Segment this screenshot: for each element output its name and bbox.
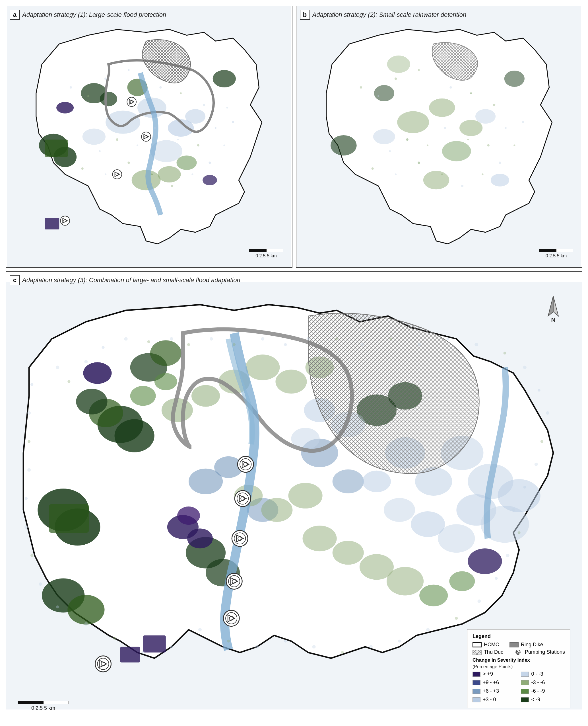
svg-point-26 <box>60 216 70 225</box>
svg-point-184 <box>504 351 506 355</box>
severity-row-9to6: +9 - +6 <box>472 680 517 686</box>
svg-point-165 <box>56 366 59 369</box>
svg-point-82 <box>441 174 443 175</box>
severity-swatch-9to6 <box>472 680 481 685</box>
legend-box: Legend HCMC Ring Dike Thu Duc <box>467 629 570 708</box>
svg-point-181 <box>418 343 421 346</box>
panel-c-letter: c <box>10 275 20 285</box>
svg-point-84 <box>482 174 483 175</box>
svg-point-60 <box>423 171 449 189</box>
svg-point-146 <box>449 571 475 591</box>
svg-point-173 <box>210 337 213 341</box>
svg-point-203 <box>255 645 258 649</box>
svg-point-70 <box>470 92 471 94</box>
legend-title: Legend <box>472 633 565 640</box>
severity-row-3to0: +3 - 0 <box>472 697 517 703</box>
severity-swatch-m6m9 <box>521 689 529 694</box>
svg-point-209 <box>84 622 88 626</box>
hcmc-swatch <box>472 642 482 647</box>
svg-point-44 <box>127 162 130 164</box>
svg-point-29 <box>87 95 89 97</box>
svg-point-38 <box>154 127 156 129</box>
svg-point-33 <box>180 92 182 94</box>
panel-b-map <box>296 6 582 267</box>
svg-point-182 <box>446 337 449 340</box>
svg-point-50 <box>232 121 234 123</box>
svg-point-74 <box>467 139 469 140</box>
svg-point-172 <box>187 343 190 346</box>
svg-point-204 <box>227 640 230 643</box>
svg-point-57 <box>429 99 455 117</box>
severity-swatch-ltm9 <box>521 697 529 702</box>
svg-point-49 <box>223 144 225 146</box>
severity-label-gt9: > +9 <box>483 671 493 677</box>
svg-point-170 <box>147 340 150 343</box>
severity-subtitle: (Percentage Points) <box>472 664 565 669</box>
severity-label-ltm9: < -9 <box>531 697 540 703</box>
svg-point-141 <box>333 541 364 565</box>
scale-bar-a: 0 2.5 5 km <box>249 249 284 259</box>
svg-point-77 <box>406 138 408 141</box>
svg-point-85 <box>499 162 501 164</box>
svg-point-16 <box>176 156 196 170</box>
svg-point-13 <box>83 129 106 145</box>
svg-point-200 <box>341 651 344 654</box>
svg-point-87 <box>522 121 524 123</box>
svg-point-69 <box>449 86 452 88</box>
svg-point-22 <box>141 132 151 141</box>
ring-dike-label: Ring Dike <box>521 642 543 648</box>
svg-point-201 <box>312 645 316 649</box>
panel-b: b Adaptation strategy (2): Small-scale r… <box>296 6 583 268</box>
top-row: a Adaptation strategy (1): Large-scale f… <box>6 6 582 268</box>
panel-c-label: c Adaptation strategy (3): Combination o… <box>10 275 240 285</box>
svg-point-30 <box>104 77 107 80</box>
severity-swatch-0m3 <box>521 672 529 677</box>
svg-point-51 <box>226 107 228 108</box>
svg-point-197 <box>426 628 429 631</box>
svg-point-137 <box>261 498 292 522</box>
svg-point-133 <box>246 355 280 380</box>
svg-point-187 <box>546 411 549 415</box>
svg-point-183 <box>475 343 478 346</box>
svg-point-188 <box>541 440 543 443</box>
svg-point-145 <box>419 585 448 606</box>
scale-label-c: 0 2.5 5 km <box>31 705 55 711</box>
svg-point-136 <box>288 483 322 508</box>
svg-point-78 <box>389 150 391 152</box>
svg-point-177 <box>307 337 310 341</box>
svg-point-206 <box>170 645 173 648</box>
severity-label-m3m6: -3 - -6 <box>531 680 545 686</box>
svg-rect-91 <box>49 504 89 533</box>
severity-legend-grid: > +9 0 - -3 +9 - +6 -3 - -6 +6 - +3 <box>472 671 565 704</box>
svg-point-61 <box>387 56 410 73</box>
svg-point-196 <box>455 617 458 620</box>
svg-point-107 <box>177 506 200 525</box>
svg-point-180 <box>390 337 392 340</box>
svg-point-81 <box>418 162 420 164</box>
severity-section-title: Change in Severity Index <box>472 658 565 663</box>
svg-rect-109 <box>120 647 140 663</box>
ring-dike-swatch <box>509 642 519 647</box>
severity-label-m6m9: -6 - -9 <box>531 688 545 694</box>
svg-point-55 <box>504 70 524 87</box>
svg-point-212 <box>30 554 33 557</box>
svg-point-110 <box>468 548 502 574</box>
severity-label-3to0: +3 - 0 <box>483 697 496 703</box>
panel-a-map <box>6 6 292 267</box>
svg-point-207 <box>141 651 145 654</box>
svg-point-175 <box>261 337 264 341</box>
svg-point-194 <box>495 577 498 580</box>
svg-point-32 <box>159 86 162 88</box>
svg-rect-19 <box>45 218 59 229</box>
main-container: a Adaptation strategy (1): Large-scale f… <box>0 0 588 726</box>
svg-point-68 <box>418 69 420 71</box>
svg-point-41 <box>99 150 101 152</box>
svg-point-199 <box>369 645 373 649</box>
svg-point-63 <box>373 129 395 144</box>
svg-point-198 <box>398 640 401 643</box>
svg-point-125 <box>384 498 415 522</box>
svg-point-216 <box>27 440 30 443</box>
thu-duc-label: Thu Duc <box>484 649 503 655</box>
pumping-stations-swatch <box>513 650 523 655</box>
svg-point-62 <box>475 109 495 124</box>
